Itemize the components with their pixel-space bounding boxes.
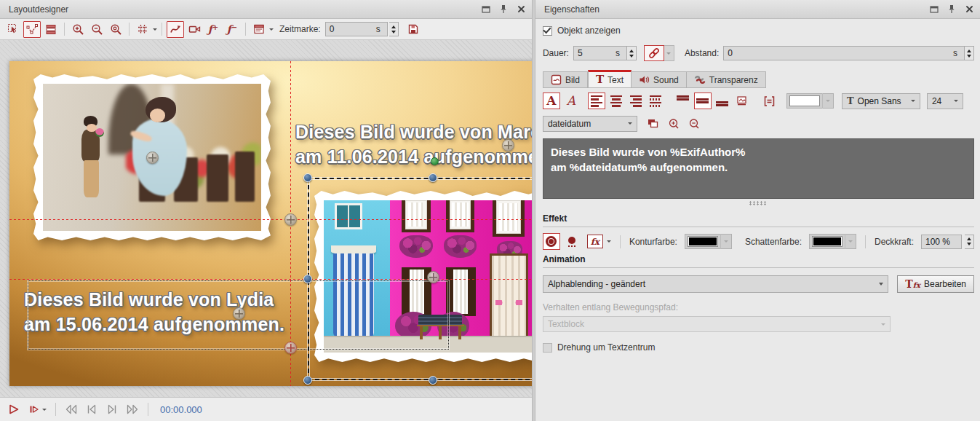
animation-combo[interactable]: Alphablending - geändert [543,275,888,293]
selection-handle-sw[interactable] [303,376,312,385]
zeitmarke-input[interactable]: 0 s [325,22,388,36]
deckkraft-input[interactable]: 100 % [921,235,962,249]
zoom-fit-button[interactable] [107,21,124,38]
anchor-handle-marco-text[interactable] [502,139,514,152]
pin-icon[interactable] [947,4,957,14]
align-left-button[interactable] [588,93,605,109]
speaker-icon [639,74,650,85]
zoom-out-button[interactable] [88,21,105,38]
text-content-editor[interactable]: Dieses Bild wurde von %ExifAuthor% am %d… [543,138,974,199]
text-object-button[interactable] [250,21,268,38]
konturfarbe-combo[interactable] [685,234,732,249]
text-zoom-in-button[interactable] [665,115,682,132]
text-on-image-button[interactable] [733,93,751,109]
play-button[interactable] [6,401,22,417]
anchor-handle-photo1[interactable] [146,152,159,164]
canvas-workspace: Dieses Bild wurde von Marco am 11.06.201… [0,40,532,397]
next-frame-button[interactable] [104,401,120,417]
keyframe-remove-button[interactable]: ƒ− [223,21,241,38]
slide-canvas[interactable]: Dieses Bild wurde von Marco am 11.06.201… [9,61,532,386]
tab-transparenz[interactable]: Transparenz [687,71,766,88]
anchor-handle-guide[interactable] [284,213,297,226]
grid-dropdown-caret[interactable] [153,28,157,31]
tab-sound[interactable]: Sound [632,71,687,88]
motion-path-tool-button[interactable] [23,21,41,38]
playback-bar: 00:00.000 [0,397,532,421]
rotation-handle[interactable] [431,157,439,165]
selection-handle-w[interactable] [303,275,312,283]
font-color-combo[interactable] [786,93,834,109]
bold-button[interactable]: A [543,93,560,109]
layoutdesigner-titlebar: Layoutdesigner [0,0,532,19]
zoom-in-button[interactable] [69,21,87,38]
select-tool-button[interactable] [4,21,22,38]
anchor-handle-photo2[interactable] [427,271,439,283]
fx-effect-button[interactable]: fx [586,233,604,250]
italic-button[interactable]: A [562,93,580,109]
zeitmarke-stepper[interactable] [389,22,399,36]
effekt-row: fx Konturfarbe: Schattenfarbe: Deckkraft… [543,233,974,250]
valign-bottom-button[interactable] [714,93,731,109]
transparency-icon [694,74,706,85]
save-button[interactable] [405,21,422,38]
curve-mode-button[interactable] [167,21,184,38]
pin-icon[interactable] [498,4,509,14]
shadow-effect-button[interactable] [563,233,581,250]
align-center-button[interactable] [607,93,625,109]
align-justify-button[interactable] [647,93,664,109]
link-dropdown-caret[interactable] [664,45,674,61]
duration-row: Dauer: 5 s Abstand: 0 s [543,45,974,61]
dauer-stepper[interactable] [627,46,637,60]
deckkraft-stepper[interactable] [965,235,974,249]
bearbeiten-button[interactable]: Tfx Bearbeiten [897,275,974,293]
valign-middle-button[interactable] [694,93,712,109]
outline-effect-button[interactable] [543,233,560,250]
font-size-combo[interactable]: 24 [927,93,963,109]
resize-grip[interactable] [543,200,974,206]
play-from-button[interactable] [26,401,48,417]
keyframe-add-button[interactable]: ƒ+ [204,21,222,38]
tab-text[interactable]: T Text [588,70,632,88]
selection-box[interactable] [308,178,532,380]
grid-button[interactable] [134,21,151,38]
playback-time: 00:00.000 [160,404,202,415]
selection-handle-n[interactable] [429,173,437,182]
maximize-icon[interactable] [929,4,939,14]
abstand-input[interactable]: 0 s [723,46,965,60]
image-icon [551,74,562,85]
skip-end-button[interactable] [124,401,140,417]
link-duration-button[interactable] [644,45,664,61]
font-family-combo[interactable]: T Open Sans [842,93,920,109]
close-icon[interactable] [516,4,526,14]
objekt-anzeigen-label: Objekt anzeigen [557,25,621,36]
previous-frame-button[interactable] [84,401,100,417]
canvas-text-marco[interactable]: Dieses Bild wurde von Marco am 11.06.201… [295,119,532,169]
text-object-dropdown-caret[interactable] [269,28,274,31]
skip-start-button[interactable] [63,401,79,417]
drehung-checkbox[interactable] [543,343,552,353]
drehung-row: Drehung um Textzentrum [543,342,974,353]
text-format-toolbar: A A T Open Sans [543,93,974,109]
variable-combo[interactable]: dateidatum [543,116,637,132]
layers-button[interactable] [42,21,60,38]
fx-dropdown-caret[interactable] [607,240,611,243]
camera-button[interactable] [186,21,203,38]
anchor-handle-lydia-corner[interactable] [284,342,297,354]
dauer-input[interactable]: 5 s [573,46,627,60]
selection-handle-s[interactable] [429,376,437,385]
maximize-icon[interactable] [481,4,491,14]
objekt-anzeigen-checkbox[interactable] [543,26,552,36]
autofit-text-button[interactable] [761,93,778,109]
anchor-handle-lydia-text[interactable] [233,307,245,320]
tab-bild[interactable]: Bild [543,71,588,88]
schattenfarbe-combo[interactable] [809,234,856,249]
selection-handle-nw[interactable] [303,173,312,182]
abstand-stepper[interactable] [965,46,974,60]
layout-toolbar: ƒ+ ƒ− Zeitmarke: 0 s [0,19,532,40]
valign-top-button[interactable] [674,93,692,109]
close-icon[interactable] [964,4,974,14]
align-right-button[interactable] [627,93,645,109]
verhalten-label: Verhalten entlang Bewegungspfad: [543,302,974,312]
text-zoom-out-button[interactable] [685,115,703,132]
insert-variable-button[interactable] [645,115,662,132]
